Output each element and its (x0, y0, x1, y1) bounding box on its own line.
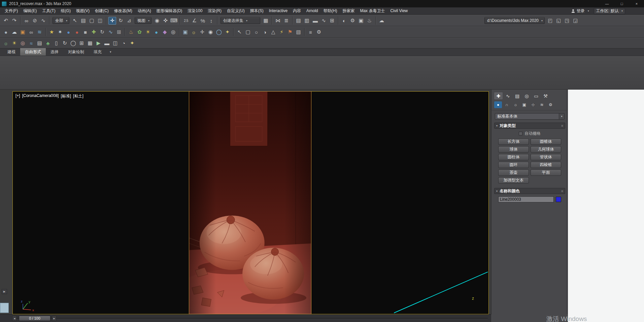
menu-create[interactable]: 创建(C) (92, 7, 111, 14)
menu-banjiajia[interactable]: 扮家家 (340, 7, 357, 14)
plane-button[interactable]: 平面 (531, 169, 561, 176)
wand-icon[interactable]: ✦ (224, 28, 231, 36)
menu-views[interactable]: 视图(V) (73, 7, 92, 14)
undo-icon[interactable]: ↶ (2, 17, 10, 25)
menu-help[interactable]: 帮助(H) (321, 7, 340, 14)
star-icon[interactable]: ★ (48, 28, 56, 36)
monitor-arrow-icon-3[interactable]: ◳ (563, 17, 571, 25)
render-region-icon[interactable]: ▣ (19, 28, 27, 36)
align-icon[interactable]: ≣ (282, 17, 290, 25)
menu-animation[interactable]: 动画(A) (135, 7, 154, 14)
reference-coordinate-dropdown[interactable]: 视图▾ (135, 17, 151, 24)
viewport-layout-flyout-button[interactable]: ▶ (2, 289, 7, 294)
grid-helper-icon[interactable]: ⊞ (78, 39, 86, 47)
scene-explorer-icon[interactable]: ▤ (295, 17, 302, 25)
monitor-arrow-icon-4[interactable]: ◲ (572, 17, 579, 25)
menu-render100[interactable]: 渲染100 (185, 7, 205, 14)
autogrid-checkbox[interactable] (519, 132, 522, 135)
select-and-link-icon[interactable]: ∞ (23, 17, 30, 25)
minimize-button[interactable]: — (600, 0, 614, 7)
menu-graph-editors[interactable]: 图形编辑器(D) (154, 7, 185, 14)
viewport-general-menu[interactable]: [+] (15, 93, 20, 99)
menu-modifiers[interactable]: 修改器(M) (111, 7, 135, 14)
menu-content[interactable]: 内容 (290, 7, 304, 14)
wave-icon[interactable]: ≈ (27, 39, 35, 47)
ribbon-tab-selection[interactable]: 选择 (46, 48, 63, 56)
snap-toggle-icon[interactable]: 2.5 (182, 17, 190, 25)
percent-snap-icon[interactable]: % (199, 17, 207, 25)
geosphere-button[interactable]: 几何球体 (531, 146, 561, 153)
ribbon-tab-object-paint[interactable]: 对象绘制 (63, 48, 89, 56)
select-by-name-icon[interactable]: ▤ (79, 17, 87, 25)
box-button[interactable]: 长方体 (498, 138, 529, 145)
rectangular-selection-icon[interactable]: ▢ (88, 17, 96, 25)
previous-frame-button[interactable]: ◄ (12, 316, 17, 321)
water-ball-icon[interactable]: ● (152, 28, 160, 36)
bars-icon[interactable]: ▬ (103, 39, 111, 47)
chain-icon[interactable]: ∞ (27, 28, 35, 36)
mirror-icon[interactable]: ⋈ (274, 17, 282, 25)
layer-explorer-icon[interactable]: ▥ (303, 17, 311, 25)
curve-editor-icon[interactable]: ∿ (320, 17, 328, 25)
unlink-selection-icon[interactable]: ⊘ (31, 17, 39, 25)
ribbon-options-arrow-icon[interactable]: ▾ (110, 48, 111, 56)
edit-named-sets-icon[interactable]: ▦ (262, 17, 270, 25)
pyramid-button[interactable]: 四棱锥 (531, 162, 561, 168)
schematic-view-icon[interactable]: ⊞ (328, 17, 336, 25)
angle-snap-icon[interactable]: ∠ (191, 17, 198, 25)
spin-icon[interactable]: ↻ (98, 28, 106, 36)
use-pivot-center-icon[interactable]: ◉ (153, 17, 161, 25)
helpers-category-icon[interactable]: ⊹ (529, 101, 537, 108)
torus-button[interactable]: 圆环 (498, 162, 529, 168)
material-editor-icon[interactable]: ◐ (340, 17, 348, 25)
object-type-rollout-header[interactable]: ▾ 对象类型 ≡ (494, 123, 565, 129)
spark-icon[interactable]: ✦ (128, 39, 136, 47)
sphere-button[interactable]: 球体 (498, 146, 529, 153)
camera-icon[interactable]: ▣ (181, 28, 189, 36)
globe-icon[interactable]: ◯ (215, 28, 223, 36)
viewport-standard-menu[interactable]: [标准] (61, 93, 71, 99)
render-setup-icon[interactable]: ⚙ (349, 17, 357, 25)
ribbon-tab-modeling[interactable]: 建模 (3, 48, 20, 56)
sphere-icon[interactable]: ● (2, 28, 10, 36)
project-folder-dropdown[interactable]: d:\Documents\3ds Max 2020▾ (484, 17, 545, 24)
menu-interactive[interactable]: Interactive (266, 7, 290, 14)
shapes-category-icon[interactable]: ∩ (503, 101, 511, 108)
sun-icon[interactable]: ☀ (144, 28, 152, 36)
red-ball-icon[interactable]: ● (73, 28, 81, 36)
keyboard-override-icon[interactable]: ⌨ (170, 17, 178, 25)
textplus-button[interactable]: 加强型文本 (498, 177, 529, 184)
tree-icon[interactable]: ♣ (44, 39, 52, 47)
menu-file[interactable]: 文件(F) (2, 7, 21, 14)
menu-scripting[interactable]: 脚本(S) (247, 7, 266, 14)
rendered-frame-icon[interactable]: ▣ (357, 17, 365, 25)
cone-button[interactable]: 圆锥体 (531, 138, 561, 145)
viewport[interactable]: z x y z [+] [CoronaCamera008] [标准] [粘土] (12, 91, 489, 314)
cells-icon[interactable]: ▦ (86, 39, 94, 47)
ring-icon[interactable]: ◯ (69, 39, 77, 47)
menu-customize[interactable]: 自定义(U) (224, 7, 247, 14)
target-icon[interactable]: ◎ (169, 28, 177, 36)
systems-category-icon[interactable]: ⚙ (547, 101, 554, 108)
ribbon-tab-freeform[interactable]: 自由形式 (20, 48, 46, 56)
named-selection-set-field[interactable]: 创建选择集▾ (221, 17, 260, 24)
gear-icon[interactable]: ⚙ (315, 28, 323, 36)
menu-group[interactable]: 组(G) (58, 7, 73, 14)
grid-icon[interactable]: ⊞ (115, 28, 123, 36)
comb-icon[interactable]: ≋ (36, 28, 43, 36)
bind-to-space-warp-icon[interactable]: ∿ (39, 17, 47, 25)
curve-icon[interactable]: ∿ (107, 28, 114, 36)
hierarchy-tab-icon[interactable]: ▤ (513, 92, 521, 99)
diamond-icon[interactable]: ◆ (161, 28, 169, 36)
viewport-layout-tab[interactable] (0, 303, 9, 313)
plus-icon[interactable]: ✚ (90, 28, 98, 36)
utilities-tab-icon[interactable]: ⚒ (541, 92, 550, 99)
next-frame-button[interactable]: ► (52, 316, 57, 321)
page-icon[interactable]: ▤ (36, 39, 43, 47)
display-tab-icon[interactable]: ▭ (532, 92, 540, 99)
name-color-rollout-header[interactable]: ▾ 名称和颜色 ≡ (494, 188, 565, 194)
layers-icon[interactable]: ▧ (295, 28, 302, 36)
selection-filter-dropdown[interactable]: 全部▾ (53, 17, 69, 24)
swirl-icon[interactable]: ◎ (19, 39, 27, 47)
cylinder-button[interactable]: 圆柱体 (498, 154, 529, 160)
